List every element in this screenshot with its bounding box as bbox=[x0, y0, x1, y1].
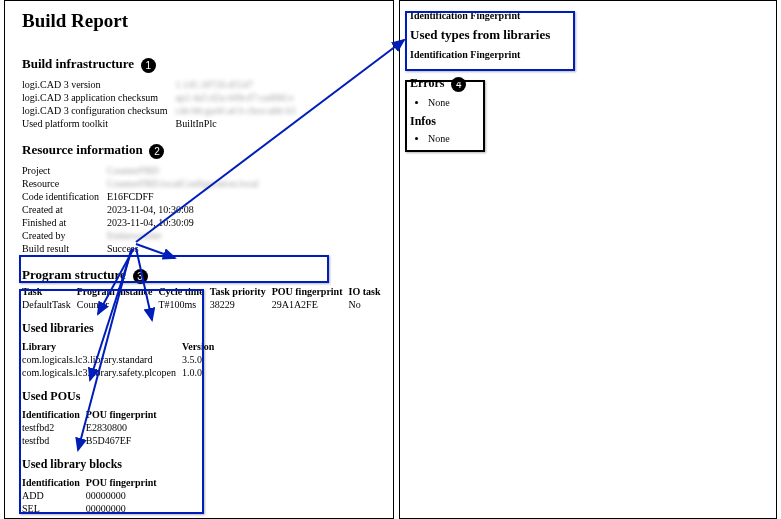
heading-errors: Errors bbox=[410, 76, 444, 91]
badge-4: 4 bbox=[451, 77, 466, 92]
right-column: Identification Fingerprint Used types fr… bbox=[410, 10, 770, 150]
badge-2: 2 bbox=[149, 144, 164, 159]
table-usedlibblocks: IdentificationPOU fingerprintADD00000000… bbox=[22, 476, 163, 515]
report-title: Build Report bbox=[22, 10, 392, 32]
badge-1: 1 bbox=[141, 58, 156, 73]
badge-3: 3 bbox=[133, 269, 148, 284]
table-program: TaskProgram instanceCycle timeTask prior… bbox=[22, 285, 386, 311]
table-usedpous: IdentificationPOU fingerprinttestfbd2E28… bbox=[22, 408, 163, 447]
list-infos: None bbox=[428, 133, 770, 144]
table-infra: logi.CAD 3 version1.145.18720.d5547logi.… bbox=[22, 78, 304, 130]
list-errors: None bbox=[428, 97, 770, 108]
table-resource: ProjectCounterFBDResourceCounterFBD.loca… bbox=[22, 164, 267, 255]
heading-usedpous: Used POUs bbox=[22, 389, 392, 404]
heading-ident-fp-2: Identification Fingerprint bbox=[410, 49, 770, 60]
heading-usedtypes-libs: Used types from libraries bbox=[410, 27, 770, 43]
left-column: Build Report Build infrastructure 1 logi… bbox=[22, 10, 392, 519]
heading-ident-fp-1: Identification Fingerprint bbox=[410, 10, 770, 21]
heading-resource: Resource information bbox=[22, 142, 143, 158]
heading-usedlibblocks: Used library blocks bbox=[22, 457, 392, 472]
heading-infos: Infos bbox=[410, 114, 770, 129]
heading-infra: Build infrastructure bbox=[22, 56, 134, 72]
heading-usedlibs: Used libraries bbox=[22, 321, 392, 336]
table-usedlibs: LibraryVersioncom.logicals.lc3.library.s… bbox=[22, 340, 220, 379]
heading-program: Program structure bbox=[22, 267, 126, 283]
